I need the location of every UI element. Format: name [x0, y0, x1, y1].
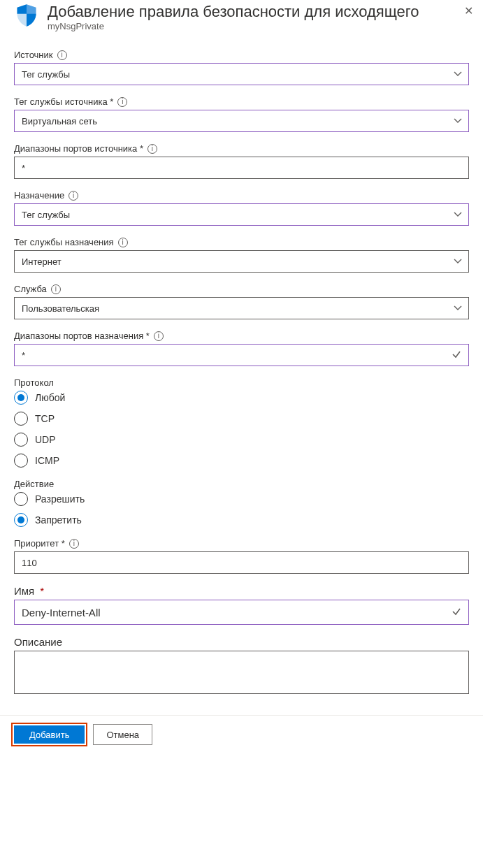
protocol-option-any[interactable]: Любой — [14, 391, 469, 405]
chevron-down-icon — [453, 303, 463, 313]
panel-title: Добавление правила безопасности для исхо… — [48, 3, 469, 21]
dest-ports-input[interactable] — [14, 344, 469, 366]
info-icon[interactable]: i — [154, 331, 164, 341]
description-label: Описание — [14, 636, 469, 648]
info-icon[interactable]: i — [117, 97, 127, 107]
panel-subtitle: myNsgPrivate — [48, 21, 469, 31]
action-radio-group: Разрешить Запретить — [14, 492, 469, 527]
name-label: Имя* — [14, 585, 469, 597]
info-icon[interactable]: i — [57, 50, 67, 60]
service-select[interactable]: Пользовательская — [14, 297, 469, 319]
action-option-deny[interactable]: Запретить — [14, 513, 469, 527]
name-input[interactable] — [14, 600, 469, 625]
protocol-label: Протокол — [14, 377, 469, 388]
service-label: Служба i — [14, 284, 469, 294]
source-select[interactable]: Тег службы — [14, 63, 469, 85]
source-tag-select[interactable]: Виртуальная сеть — [14, 110, 469, 132]
priority-label: Приоритет * i — [14, 538, 469, 549]
close-icon[interactable]: ✕ — [464, 4, 473, 17]
source-ports-input[interactable] — [14, 157, 469, 179]
protocol-option-udp[interactable]: UDP — [14, 433, 469, 447]
description-textarea[interactable] — [14, 651, 469, 694]
cancel-button[interactable]: Отмена — [93, 724, 152, 745]
source-ports-label: Диапазоны портов источника * i — [14, 143, 469, 154]
dest-tag-select[interactable]: Интернет — [14, 250, 469, 273]
dest-ports-label: Диапазоны портов назначения * i — [14, 331, 469, 341]
info-icon[interactable]: i — [147, 144, 157, 154]
source-label: Источник i — [14, 50, 469, 60]
source-tag-label: Тег службы источника * i — [14, 96, 469, 107]
check-icon — [452, 349, 461, 361]
priority-input[interactable] — [14, 551, 469, 574]
action-label: Действие — [14, 479, 469, 489]
check-icon — [452, 607, 461, 619]
chevron-down-icon — [453, 210, 463, 219]
dest-tag-label: Тег службы назначения i — [14, 237, 469, 247]
footer: Добавить Отмена — [0, 715, 483, 756]
destination-label: Назначение i — [14, 190, 469, 201]
protocol-option-tcp[interactable]: TCP — [14, 412, 469, 426]
chevron-down-icon — [453, 69, 463, 79]
info-icon[interactable]: i — [118, 238, 128, 247]
shield-icon — [14, 3, 39, 28]
action-option-allow[interactable]: Разрешить — [14, 492, 469, 506]
panel-header: Добавление правила безопасности для исхо… — [0, 0, 483, 40]
destination-select[interactable]: Тег службы — [14, 203, 469, 226]
info-icon[interactable]: i — [69, 539, 79, 549]
protocol-option-icmp[interactable]: ICMP — [14, 454, 469, 468]
chevron-down-icon — [453, 256, 463, 266]
info-icon[interactable]: i — [51, 284, 61, 294]
chevron-down-icon — [453, 116, 463, 126]
add-button-highlight: Добавить — [11, 723, 87, 746]
info-icon[interactable]: i — [69, 191, 78, 201]
protocol-radio-group: Любой TCP UDP ICMP — [14, 391, 469, 468]
add-button[interactable]: Добавить — [14, 725, 85, 744]
